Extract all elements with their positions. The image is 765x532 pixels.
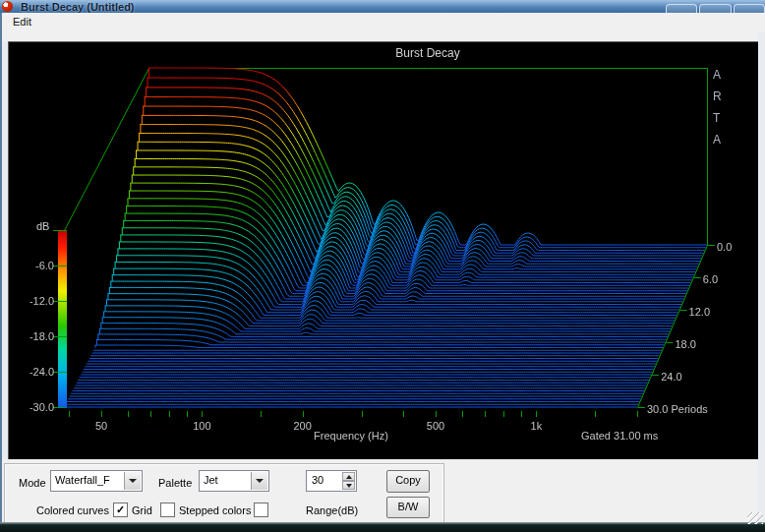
arrow-down-icon <box>346 484 352 488</box>
chevron-down-icon <box>129 479 137 483</box>
range-value: 30 <box>312 474 324 486</box>
db-tick-label: -18.0 <box>19 330 54 342</box>
frequency-tick-label: 500 <box>416 420 455 432</box>
bw-button[interactable]: B/W <box>386 497 430 518</box>
period-tick-label: 6.0 <box>703 273 718 285</box>
period-tick-label: 18.0 <box>675 338 695 350</box>
period-tick-label: 30.0 Periods <box>647 403 708 415</box>
mode-dropdown-button[interactable] <box>124 472 141 490</box>
checkbox-label-grid: Grid <box>132 504 152 516</box>
resize-grip[interactable] <box>747 512 763 524</box>
gated-time-label: Gated 31.00 ms <box>581 430 658 442</box>
watermark-letter: R <box>713 89 722 103</box>
palette-value: Jet <box>204 474 218 486</box>
window-left-border <box>0 13 2 522</box>
range-spinbox[interactable]: 30 <box>306 470 357 492</box>
frequency-tick-label: 1k <box>516 420 556 432</box>
spin-down-button[interactable] <box>342 481 355 490</box>
title-bar: Burst Decay (Untitled) <box>0 0 765 13</box>
palette-dropdown-button[interactable] <box>251 472 267 490</box>
window-background <box>2 32 757 41</box>
db-tick-label: -30.0 <box>19 401 54 413</box>
frequency-tick-label: 50 <box>82 420 121 432</box>
watermark-letter: A <box>713 133 721 147</box>
burst-decay-plot: Burst Decay dB Frequency (Hz) Gated 31.0… <box>8 41 758 459</box>
watermark-letter: T <box>713 111 720 125</box>
window-bottom-edge <box>0 522 765 530</box>
window-right-border <box>757 32 765 522</box>
db-axis-label: dB <box>36 220 49 232</box>
checkbox-label-stepped-colors: Stepped colors <box>179 504 251 516</box>
db-tick-label: -24.0 <box>19 366 54 378</box>
db-tick-label: -12.0 <box>19 295 54 307</box>
mode-combobox[interactable]: Waterfall_F <box>50 470 143 492</box>
db-tick-label: -6.0 <box>19 260 54 271</box>
chevron-down-icon <box>256 479 264 483</box>
close-button[interactable] <box>734 4 765 13</box>
frequency-tick-label: 200 <box>283 420 323 432</box>
spin-up-button[interactable] <box>342 472 355 481</box>
mode-value: Waterfall_F <box>55 474 110 486</box>
watermark-letter: A <box>713 68 721 82</box>
checkbox-stepped-colors[interactable] <box>254 502 268 517</box>
arrow-up-icon <box>346 475 352 479</box>
menu-item-edit[interactable]: Edit <box>7 15 37 29</box>
menu-bar: Edit <box>0 13 765 33</box>
period-tick-label: 12.0 <box>689 306 710 318</box>
checkbox-grid[interactable] <box>160 502 175 517</box>
minimize-button[interactable] <box>666 4 697 13</box>
waterfall-canvas <box>9 42 758 459</box>
palette-label: Palette <box>158 477 192 489</box>
checkbox-colored-curves[interactable]: ✓ <box>113 502 128 517</box>
copy-button[interactable]: Copy <box>386 470 430 493</box>
period-tick-label: 24.0 <box>661 371 681 383</box>
range-db-label: Range(dB) <box>306 504 358 516</box>
frequency-tick-label: 100 <box>182 420 221 432</box>
maximize-button[interactable] <box>699 4 732 13</box>
plot-title: Burst Decay <box>369 46 487 60</box>
period-tick-label: 0.0 <box>717 241 732 253</box>
window-title: Burst Decay (Untitled) <box>21 1 135 13</box>
arta-app-icon <box>2 1 13 12</box>
mode-label: Mode <box>19 477 46 489</box>
palette-combobox[interactable]: Jet <box>199 470 269 492</box>
checkbox-label-colored-curves: Colored curves <box>36 504 109 516</box>
control-panel: Mode Waterfall_F Palette Jet 30 Copy Ran… <box>4 463 444 524</box>
